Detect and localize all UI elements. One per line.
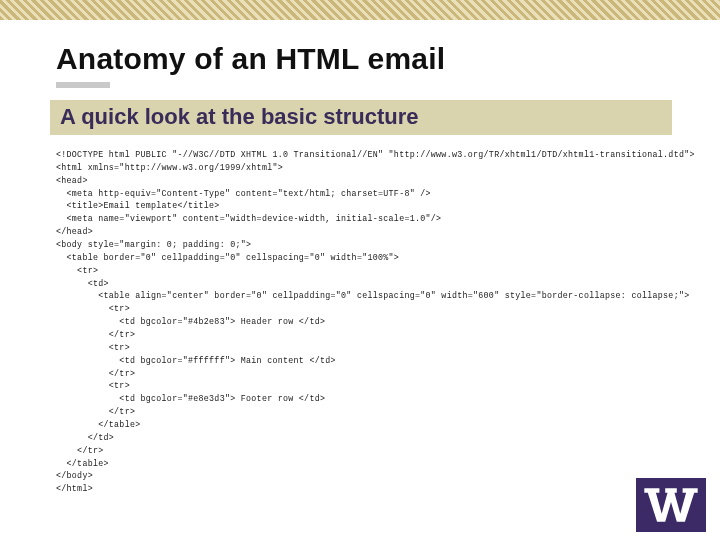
w-icon — [642, 484, 700, 526]
subtitle-bar: A quick look at the basic structure — [50, 100, 672, 135]
uw-logo — [636, 478, 706, 532]
code-listing: <!DOCTYPE html PUBLIC "-//W3C//DTD XHTML… — [56, 149, 690, 496]
decorative-hatch — [0, 0, 720, 20]
slide-subtitle: A quick look at the basic structure — [60, 104, 419, 129]
slide-title: Anatomy of an HTML email — [56, 42, 690, 76]
title-underline — [56, 82, 110, 88]
slide-content: Anatomy of an HTML email A quick look at… — [56, 42, 690, 496]
